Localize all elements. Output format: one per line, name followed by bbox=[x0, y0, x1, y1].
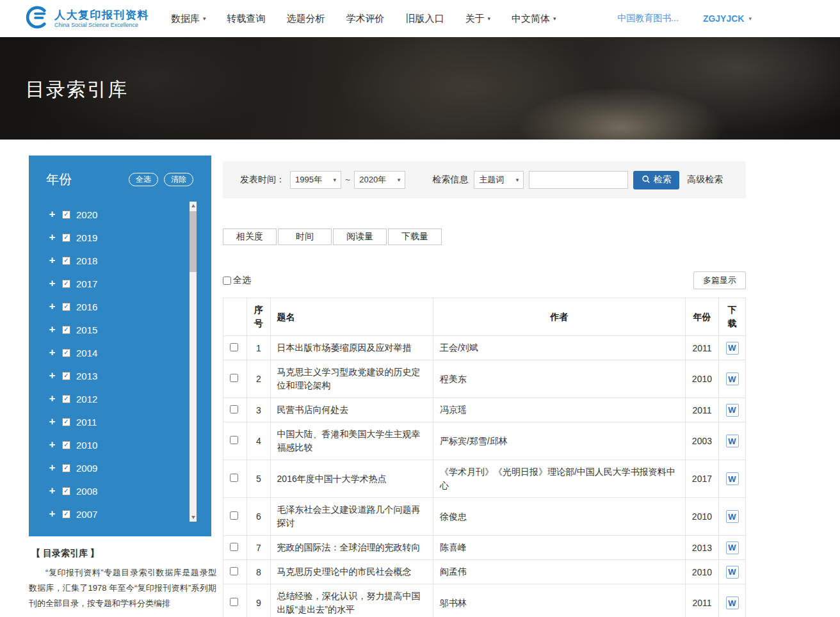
word-download-icon[interactable]: W bbox=[726, 510, 739, 523]
year-filter-item[interactable]: + ✓ 2007 bbox=[48, 502, 187, 522]
word-download-icon[interactable]: W bbox=[726, 435, 739, 447]
expand-plus-icon[interactable]: + bbox=[48, 508, 56, 520]
nav-item-database[interactable]: 数据库 ▾ bbox=[171, 13, 206, 25]
year-checkbox[interactable]: ✓ bbox=[62, 303, 70, 311]
scrollbar-track[interactable] bbox=[190, 210, 197, 513]
word-download-icon[interactable]: W bbox=[726, 541, 739, 554]
row-checkbox[interactable] bbox=[230, 405, 238, 413]
expand-plus-icon[interactable]: + bbox=[48, 323, 56, 336]
row-title[interactable]: 宪政的国际法：全球治理的宪政转向 bbox=[270, 536, 433, 560]
year-from-select[interactable]: 1995年 ▾ bbox=[290, 171, 341, 189]
row-checkbox[interactable] bbox=[230, 374, 238, 382]
nav-item-about[interactable]: 关于 ▾ bbox=[465, 13, 491, 25]
expand-plus-icon[interactable]: + bbox=[48, 369, 56, 382]
year-filter-item[interactable]: + ✓ 2015 bbox=[48, 318, 187, 341]
select-all-years-button[interactable]: 全选 bbox=[129, 173, 158, 186]
advanced-search-link[interactable]: 高级检索 bbox=[687, 174, 723, 186]
row-title[interactable]: 民营书店向何处去 bbox=[270, 398, 433, 422]
year-checkbox[interactable]: ✓ bbox=[62, 234, 70, 242]
row-checkbox[interactable] bbox=[230, 474, 238, 482]
nav-item-old-version[interactable]: 旧版入口 bbox=[406, 13, 444, 25]
year-filter-item[interactable]: + ✓ 2014 bbox=[48, 341, 187, 364]
sort-downloads-button[interactable]: 下载量 bbox=[388, 228, 442, 245]
expand-plus-icon[interactable]: + bbox=[48, 254, 56, 267]
scrollbar-thumb[interactable] bbox=[190, 211, 197, 272]
row-checkbox[interactable] bbox=[230, 511, 238, 520]
year-to-select[interactable]: 2020年 ▾ bbox=[354, 171, 405, 189]
year-checkbox[interactable]: ✓ bbox=[62, 464, 70, 472]
year-checkbox[interactable]: ✓ bbox=[62, 441, 70, 449]
nav-item-topic-analysis[interactable]: 选题分析 bbox=[287, 13, 325, 25]
expand-plus-icon[interactable]: + bbox=[48, 208, 56, 221]
year-filter-item[interactable]: + ✓ 2008 bbox=[48, 479, 187, 502]
account-menu[interactable]: ZGJYJCK ▾ bbox=[703, 13, 752, 24]
year-checkbox[interactable]: ✓ bbox=[62, 326, 70, 334]
year-filter-item[interactable]: + ✓ 2018 bbox=[48, 249, 187, 272]
word-download-icon[interactable]: W bbox=[726, 342, 739, 355]
expand-plus-icon[interactable]: + bbox=[48, 277, 56, 290]
nav-item-academic-evaluation[interactable]: 学术评价 bbox=[346, 13, 385, 25]
row-title[interactable]: 马克思主义学习型政党建设的历史定位和理论架构 bbox=[270, 360, 433, 398]
sort-relevance-button[interactable]: 相关度 bbox=[223, 228, 277, 245]
row-title[interactable]: 中国大陆、香港和美国大学生主观幸福感比较 bbox=[270, 422, 433, 460]
select-all-results[interactable]: 全选 bbox=[223, 275, 251, 286]
row-title[interactable]: 2016年度中国十大学术热点 bbox=[270, 460, 433, 498]
year-checkbox[interactable]: ✓ bbox=[62, 487, 70, 495]
expand-plus-icon[interactable]: + bbox=[48, 300, 56, 313]
year-filter-item[interactable]: + ✓ 2019 bbox=[48, 226, 187, 249]
year-checkbox[interactable]: ✓ bbox=[62, 510, 70, 518]
year-checkbox[interactable]: ✓ bbox=[62, 280, 70, 288]
year-filter-item[interactable]: + ✓ 2020 bbox=[48, 203, 187, 226]
year-checkbox[interactable]: ✓ bbox=[62, 395, 70, 403]
search-field-select[interactable]: 主题词 ▾ bbox=[474, 171, 524, 189]
row-checkbox[interactable] bbox=[230, 598, 238, 606]
year-checkbox[interactable]: ✓ bbox=[62, 372, 70, 380]
row-title[interactable]: 总结经验，深化认识，努力提高中国出版“走出去”的水平 bbox=[270, 584, 433, 617]
expand-plus-icon[interactable]: + bbox=[48, 392, 56, 405]
row-checkbox[interactable] bbox=[230, 567, 238, 575]
year-filter-item[interactable]: + ✓ 2016 bbox=[48, 295, 187, 318]
word-download-icon[interactable]: W bbox=[726, 373, 739, 385]
word-download-icon[interactable]: W bbox=[726, 597, 739, 609]
row-checkbox[interactable] bbox=[230, 543, 238, 551]
scroll-up-icon[interactable] bbox=[190, 202, 197, 210]
expand-plus-icon[interactable]: + bbox=[48, 346, 56, 359]
expand-plus-icon[interactable]: + bbox=[48, 231, 56, 244]
year-filter-item[interactable]: + ✓ 2013 bbox=[48, 364, 187, 387]
brand-logo-icon bbox=[24, 5, 49, 32]
expand-plus-icon[interactable]: + bbox=[48, 415, 56, 428]
word-download-icon[interactable]: W bbox=[726, 472, 739, 485]
year-filter-item[interactable]: + ✓ 2012 bbox=[48, 387, 187, 410]
expand-plus-icon[interactable]: + bbox=[48, 438, 56, 451]
word-download-icon[interactable]: W bbox=[726, 566, 739, 579]
search-button[interactable]: 检索 bbox=[633, 171, 679, 189]
select-all-checkbox[interactable] bbox=[223, 276, 231, 285]
expand-plus-icon[interactable]: + bbox=[48, 485, 56, 497]
year-filter-item[interactable]: + ✓ 2017 bbox=[48, 272, 187, 295]
row-checkbox[interactable] bbox=[230, 436, 238, 444]
row-title[interactable]: 日本出版市场萎缩原因及应对举措 bbox=[270, 336, 433, 360]
year-checkbox[interactable]: ✓ bbox=[62, 418, 70, 426]
row-checkbox[interactable] bbox=[230, 343, 238, 351]
year-filter-item[interactable]: + ✓ 2009 bbox=[48, 456, 187, 479]
year-filter-item[interactable]: + ✓ 2011 bbox=[48, 410, 187, 433]
expand-plus-icon[interactable]: + bbox=[48, 461, 56, 474]
row-title[interactable]: 马克思历史理论中的市民社会概念 bbox=[270, 560, 433, 584]
sort-time-button[interactable]: 时间 bbox=[278, 228, 332, 245]
scroll-down-icon[interactable] bbox=[190, 513, 197, 522]
year-checkbox[interactable]: ✓ bbox=[62, 257, 70, 265]
row-title[interactable]: 毛泽东社会主义建设道路几个问题再探讨 bbox=[270, 498, 433, 536]
multi-display-button[interactable]: 多篇显示 bbox=[693, 271, 746, 289]
nav-item-language[interactable]: 中文简体 ▾ bbox=[512, 13, 556, 25]
nav-item-reprint-query[interactable]: 转载查询 bbox=[227, 13, 266, 25]
search-input[interactable] bbox=[529, 171, 628, 189]
brand-logo[interactable]: 人大复印报刊资料 China Social Science Excellence bbox=[24, 5, 149, 32]
year-list-scrollbar[interactable] bbox=[190, 202, 197, 522]
word-download-icon[interactable]: W bbox=[726, 404, 739, 417]
year-checkbox[interactable]: ✓ bbox=[62, 349, 70, 357]
year-checkbox[interactable]: ✓ bbox=[62, 211, 70, 219]
clear-years-button[interactable]: 清除 bbox=[164, 173, 193, 186]
year-filter-item[interactable]: + ✓ 2010 bbox=[48, 433, 187, 456]
sort-reads-button[interactable]: 阅读量 bbox=[333, 228, 387, 245]
org-link[interactable]: 中国教育图书... bbox=[617, 13, 679, 24]
